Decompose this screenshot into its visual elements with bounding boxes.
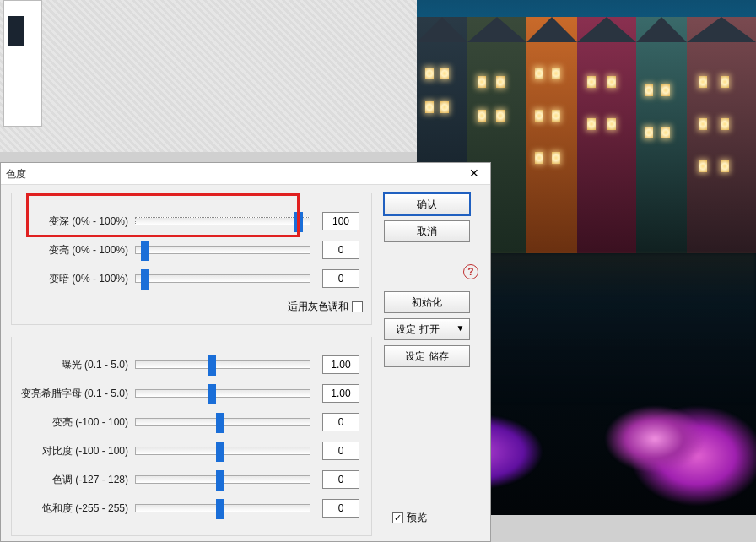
grayscale-label: 适用灰色调和	[288, 300, 348, 314]
thumbnail-panel	[3, 0, 42, 127]
slider-row-darken: 变深 (0% - 100%) 100	[12, 207, 371, 236]
slider-thumb[interactable]	[216, 413, 224, 433]
ok-button[interactable]: 确认	[384, 193, 470, 215]
exposure-slider[interactable]	[135, 360, 310, 369]
settings-open-button[interactable]: 设定 打开 ▼	[384, 318, 470, 340]
brightness-slider[interactable]	[135, 418, 310, 426]
bg-building	[687, 17, 756, 253]
preview-checkbox-row: 预览	[389, 511, 427, 525]
bg-building	[526, 17, 577, 253]
close-button[interactable]: ✕	[462, 165, 487, 183]
slider-label: 变深 (0% - 100%)	[12, 214, 135, 229]
gamma-slider[interactable]	[135, 389, 310, 398]
slider-thumb[interactable]	[208, 355, 216, 376]
slider-label: 变亮 (0% - 100%)	[12, 243, 135, 257]
exposure-value-input[interactable]: 1.00	[322, 355, 359, 374]
help-glyph: ?	[467, 266, 473, 278]
slider-thumb[interactable]	[216, 499, 224, 519]
dialog-title: 色度	[6, 168, 26, 180]
gamma-value-input[interactable]: 1.00	[322, 384, 359, 403]
darken-value-input[interactable]: 100	[322, 212, 359, 230]
cancel-button[interactable]: 取消	[384, 220, 470, 242]
help-icon[interactable]: ?	[463, 264, 478, 279]
bg-building	[636, 17, 687, 253]
value-sliders-group: 曝光 (0.1 - 5.0) 1.00 变亮希腊字母 (0.1 - 5.0) 1…	[11, 337, 372, 536]
slider-row-gamma: 变亮希腊字母 (0.1 - 5.0) 1.00	[12, 379, 371, 408]
init-label: 初始化	[412, 296, 442, 308]
dim-value-input[interactable]: 0	[322, 269, 359, 288]
preview-checkbox[interactable]	[392, 512, 403, 523]
thumbnail-image	[8, 16, 24, 46]
slider-thumb[interactable]	[216, 442, 224, 462]
settings-save-label: 设定 储存	[405, 350, 448, 362]
slider-row-dim: 变暗 (0% - 100%) 0	[12, 264, 371, 293]
slider-thumb[interactable]	[141, 241, 149, 261]
slider-row-contrast: 对比度 (-100 - 100) 0	[12, 436, 371, 465]
contrast-slider[interactable]	[135, 447, 310, 455]
chroma-dialog: 色度 ✕ 变深 (0% - 100%) 100 变亮 (0% - 100%) 0…	[0, 162, 491, 542]
bg-building	[577, 17, 636, 253]
dim-slider[interactable]	[135, 274, 310, 283]
close-icon: ✕	[469, 166, 479, 180]
slider-thumb[interactable]	[141, 269, 149, 290]
slider-label: 变暗 (0% - 100%)	[12, 272, 135, 286]
slider-row-brightness: 变亮 (-100 - 100) 0	[12, 408, 371, 436]
slider-label: 对比度 (-100 - 100)	[12, 444, 135, 458]
lighten-slider[interactable]	[135, 246, 310, 254]
slider-row-saturation: 饱和度 (-255 - 255) 0	[12, 494, 371, 523]
percent-sliders-group: 变深 (0% - 100%) 100 变亮 (0% - 100%) 0 变暗 (…	[11, 193, 372, 325]
slider-label: 曝光 (0.1 - 5.0)	[12, 358, 135, 372]
hue-slider[interactable]	[135, 475, 310, 484]
slider-label: 变亮希腊字母 (0.1 - 5.0)	[12, 387, 135, 401]
settings-save-button[interactable]: 设定 储存	[384, 345, 470, 367]
slider-row-lighten: 变亮 (0% - 100%) 0	[12, 236, 371, 264]
slider-row-exposure: 曝光 (0.1 - 5.0) 1.00	[12, 350, 371, 379]
grayscale-row: 适用灰色调和	[12, 295, 371, 318]
slider-label: 变亮 (-100 - 100)	[12, 415, 135, 430]
cancel-label: 取消	[417, 225, 437, 237]
settings-open-label: 设定 打开	[384, 318, 451, 340]
saturation-value-input[interactable]: 0	[322, 499, 359, 518]
slider-label: 饱和度 (-255 - 255)	[12, 501, 135, 516]
slider-label: 色调 (-127 - 128)	[12, 473, 135, 487]
grayscale-checkbox[interactable]	[352, 301, 363, 312]
brightness-value-input[interactable]: 0	[322, 413, 359, 431]
darken-slider[interactable]	[135, 217, 310, 225]
preview-label: 预览	[407, 511, 427, 525]
chevron-down-icon[interactable]: ▼	[451, 318, 470, 340]
dialog-titlebar[interactable]: 色度 ✕	[1, 163, 490, 185]
dialog-button-column-2: 初始化 设定 打开 ▼ 设定 储存	[384, 291, 483, 372]
slider-thumb[interactable]	[294, 212, 303, 232]
ok-label: 确认	[417, 198, 437, 210]
dialog-button-column: 确认 取消	[384, 193, 483, 247]
init-button[interactable]: 初始化	[384, 291, 470, 313]
saturation-slider[interactable]	[135, 504, 310, 512]
slider-thumb[interactable]	[216, 470, 224, 491]
contrast-value-input[interactable]: 0	[322, 442, 359, 460]
slider-thumb[interactable]	[208, 384, 216, 404]
slider-row-hue: 色调 (-127 - 128) 0	[12, 465, 371, 494]
lighten-value-input[interactable]: 0	[322, 241, 359, 259]
hue-value-input[interactable]: 0	[322, 470, 359, 489]
